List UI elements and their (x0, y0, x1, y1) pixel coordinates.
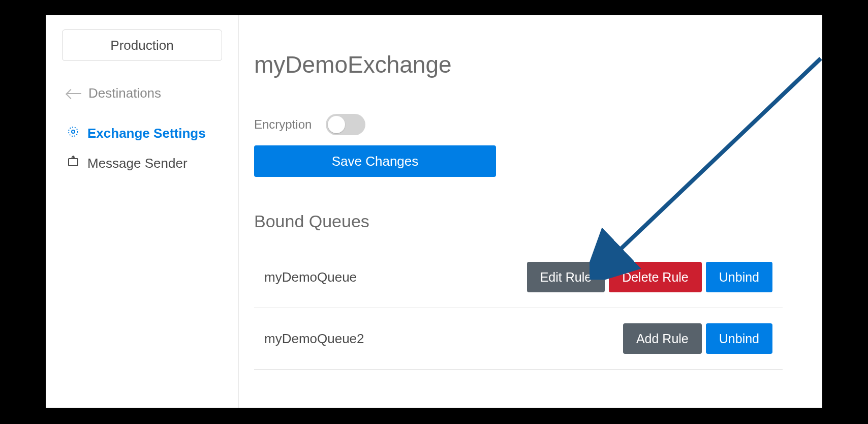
toggle-knob (328, 116, 345, 133)
bound-queues-heading: Bound Queues (254, 211, 822, 231)
edit-rule-button[interactable]: Edit Rule (527, 262, 605, 292)
sidebar: Production Destinations Exchange Setting… (46, 15, 239, 408)
unbind-button[interactable]: Unbind (706, 262, 772, 292)
gear-icon (67, 126, 79, 141)
page-title: myDemoExchange (254, 51, 822, 78)
sidebar-item-label: Exchange Settings (87, 126, 206, 141)
main-content: myDemoExchange Encryption Save Changes B… (239, 15, 822, 408)
sidebar-item-message-sender[interactable]: Message Sender (46, 148, 238, 178)
send-icon (67, 156, 79, 171)
encryption-label: Encryption (254, 117, 312, 132)
unbind-button[interactable]: Unbind (706, 323, 772, 354)
queue-actions: Edit Rule Delete Rule Unbind (527, 262, 772, 292)
queue-row: myDemoQueue2 Add Rule Unbind (254, 308, 783, 370)
encryption-row: Encryption (254, 114, 822, 135)
app-frame: Production Destinations Exchange Setting… (46, 15, 822, 408)
back-label: Destinations (88, 85, 161, 101)
back-to-destinations[interactable]: Destinations (46, 85, 238, 118)
arrow-left-icon (67, 93, 81, 94)
add-rule-button[interactable]: Add Rule (623, 323, 702, 354)
environment-label: Production (110, 38, 173, 53)
queue-row: myDemoQueue Edit Rule Delete Rule Unbind (254, 247, 783, 308)
svg-rect-2 (69, 159, 78, 166)
save-changes-button[interactable]: Save Changes (254, 145, 496, 177)
sidebar-item-exchange-settings[interactable]: Exchange Settings (46, 118, 238, 148)
environment-selector[interactable]: Production (62, 29, 222, 61)
svg-point-1 (69, 127, 78, 136)
queue-name: myDemoQueue2 (264, 331, 364, 347)
queue-actions: Add Rule Unbind (623, 323, 772, 354)
encryption-toggle[interactable] (326, 114, 365, 135)
delete-rule-button[interactable]: Delete Rule (609, 262, 702, 292)
svg-point-0 (72, 130, 75, 133)
sidebar-item-label: Message Sender (87, 156, 188, 171)
queue-name: myDemoQueue (264, 269, 357, 285)
